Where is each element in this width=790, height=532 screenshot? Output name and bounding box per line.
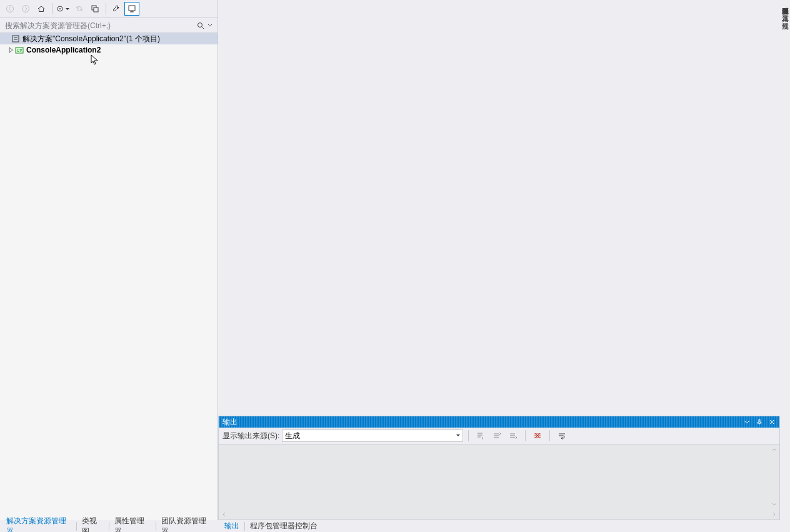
wrench-icon xyxy=(112,4,121,13)
svg-text:C#: C# xyxy=(17,48,22,53)
tab-separator xyxy=(109,522,109,531)
next-message-button[interactable] xyxy=(506,429,520,442)
server-explorer-tab[interactable]: 服务器资源管理器 xyxy=(780,0,790,5)
clear-all-button[interactable] xyxy=(531,429,544,442)
svg-rect-9 xyxy=(12,36,19,42)
horizontal-scrollbar[interactable] xyxy=(219,509,779,519)
right-dock-tabs: 服务器资源管理器 工具箱 属性 xyxy=(780,0,790,520)
home-button[interactable] xyxy=(34,2,49,16)
clear-icon xyxy=(533,431,542,440)
chevron-left-icon xyxy=(221,511,227,518)
collapse-all-button[interactable] xyxy=(88,2,102,16)
svg-point-1 xyxy=(22,6,29,13)
solution-node[interactable]: 解决方案"ConsoleApplication2"(1 个项目) xyxy=(0,33,218,44)
solution-explorer-panel: 解决方案"ConsoleApplication2"(1 个项目) C# Cons… xyxy=(0,0,218,520)
home-icon xyxy=(37,4,46,13)
scroll-up-arrow[interactable] xyxy=(769,444,779,454)
solution-explorer-toolbar xyxy=(0,0,218,18)
scroll-left-arrow[interactable] xyxy=(219,509,229,519)
tab-separator xyxy=(76,522,77,531)
tab-team-explorer[interactable]: 团队资源管理器 xyxy=(158,514,216,533)
output-panel-titlebar[interactable]: 输出 xyxy=(219,416,779,428)
scope-dropdown-button[interactable] xyxy=(55,2,71,16)
pin-button[interactable] xyxy=(754,418,764,426)
chevron-down-icon xyxy=(771,501,778,508)
scope-icon xyxy=(56,4,64,13)
properties-tab[interactable]: 属性 xyxy=(780,15,790,20)
project-node[interactable]: C# ConsoleApplication2 xyxy=(0,44,218,56)
scroll-right-arrow[interactable] xyxy=(769,509,779,519)
solution-explorer-searchbar xyxy=(0,18,218,33)
search-button[interactable] xyxy=(195,20,206,31)
output-source-combobox[interactable]: 生成 xyxy=(282,429,463,442)
svg-rect-6 xyxy=(129,6,135,11)
toolbar-separator xyxy=(106,3,106,14)
expand-toggle[interactable] xyxy=(6,46,15,54)
goto-prev-icon xyxy=(492,431,501,440)
tab-package-manager-console[interactable]: 程序包管理器控制台 xyxy=(246,519,321,532)
output-toolbar: 显示输出来源(S): 生成 xyxy=(219,428,779,444)
svg-point-3 xyxy=(59,8,61,9)
svg-line-8 xyxy=(202,27,204,29)
nav-forward-button[interactable] xyxy=(18,2,33,16)
output-tab-strip: 输出 程序包管理器控制台 xyxy=(218,520,780,532)
tab-class-view[interactable]: 类视图 xyxy=(78,514,108,533)
solution-explorer-tab-strip: 解决方案资源管理器 类视图 属性管理器 团队资源管理器 xyxy=(0,520,218,532)
nav-back-button[interactable] xyxy=(2,2,18,16)
preview-icon xyxy=(128,4,136,13)
search-icon xyxy=(196,21,205,30)
solution-tree[interactable]: 解决方案"ConsoleApplication2"(1 个项目) C# Cons… xyxy=(0,33,218,520)
expand-toggle[interactable] xyxy=(2,34,11,43)
chevron-right-icon xyxy=(771,511,778,518)
vertical-scrollbar[interactable] xyxy=(769,444,779,509)
solution-icon xyxy=(11,34,20,43)
show-output-from-label: 显示输出来源(S): xyxy=(222,431,279,441)
toolbar-separator xyxy=(525,430,526,441)
window-position-dropdown[interactable] xyxy=(742,418,752,426)
scroll-down-arrow[interactable] xyxy=(769,499,779,509)
tab-property-manager[interactable]: 属性管理器 xyxy=(111,514,154,533)
find-message-button[interactable] xyxy=(474,429,488,442)
document-area xyxy=(218,0,781,416)
word-wrap-icon xyxy=(558,431,566,440)
toolbar-separator xyxy=(52,3,52,14)
search-options-dropdown[interactable] xyxy=(206,20,214,31)
close-icon xyxy=(769,419,775,425)
output-title-text: 输出 xyxy=(222,417,238,428)
toggle-word-wrap-button[interactable] xyxy=(555,429,569,442)
project-label: ConsoleApplication2 xyxy=(26,46,101,54)
chevron-up-icon xyxy=(771,446,778,453)
combobox-value: 生成 xyxy=(285,431,300,441)
svg-point-0 xyxy=(7,6,14,13)
chevron-down-icon xyxy=(744,419,750,425)
close-button[interactable] xyxy=(767,418,777,426)
toolbox-tab[interactable]: 工具箱 xyxy=(780,8,790,13)
csharp-project-icon: C# xyxy=(15,46,24,54)
goto-source-icon xyxy=(476,431,485,440)
svg-rect-5 xyxy=(94,8,98,12)
pin-icon xyxy=(756,419,762,425)
toolbar-separator xyxy=(468,430,469,441)
previous-message-button[interactable] xyxy=(490,429,504,442)
toolbar-separator xyxy=(549,430,550,441)
arrow-right-circle-icon xyxy=(21,4,30,13)
search-input[interactable] xyxy=(4,21,195,31)
triangle-right-icon xyxy=(8,47,14,53)
tab-solution-explorer[interactable]: 解决方案资源管理器 xyxy=(2,514,75,533)
output-panel: 输出 显示输出来源(S): 生成 xyxy=(218,416,780,520)
properties-button[interactable] xyxy=(109,2,124,16)
chevron-down-icon xyxy=(208,23,212,28)
output-text-area[interactable] xyxy=(219,444,779,519)
goto-next-icon xyxy=(509,431,518,440)
tab-separator xyxy=(156,522,156,531)
tab-output[interactable]: 输出 xyxy=(221,519,243,532)
refresh-icon xyxy=(75,4,84,13)
tab-separator xyxy=(244,522,245,531)
collapse-all-icon xyxy=(91,4,99,13)
svg-point-7 xyxy=(198,23,202,27)
solution-label: 解决方案"ConsoleApplication2"(1 个项目) xyxy=(22,34,160,44)
arrow-left-circle-icon xyxy=(6,4,14,13)
preview-selected-items-button[interactable] xyxy=(124,2,139,16)
refresh-button[interactable] xyxy=(72,2,87,16)
